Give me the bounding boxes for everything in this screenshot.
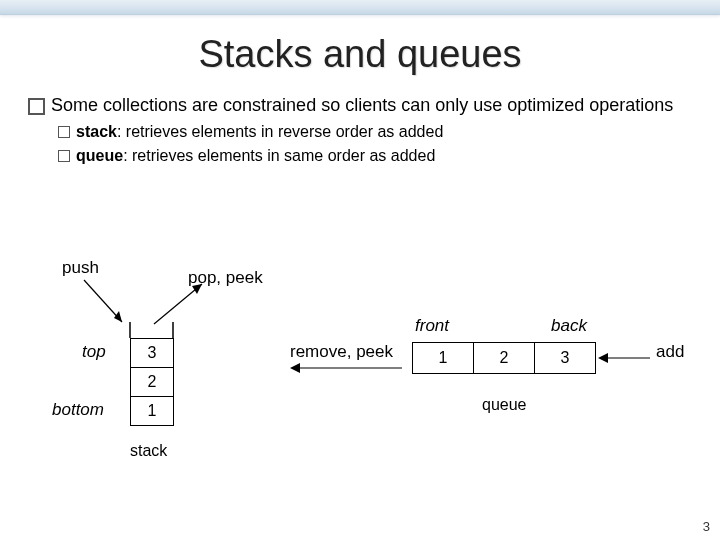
bottom-label: bottom bbox=[52, 400, 104, 420]
arrow-icon bbox=[78, 280, 138, 330]
stack-wall-icon bbox=[130, 322, 175, 340]
svg-marker-9 bbox=[598, 353, 608, 363]
sub-bullet-desc: : retrieves elements in reverse order as… bbox=[117, 123, 443, 140]
remove-peek-label: remove, peek bbox=[290, 342, 393, 362]
front-label: front bbox=[415, 316, 449, 336]
arrow-icon bbox=[598, 352, 653, 366]
queue-cell: 2 bbox=[473, 342, 535, 374]
queue-caption: queue bbox=[482, 396, 527, 414]
slide-title: Stacks and queues bbox=[0, 33, 720, 76]
back-label: back bbox=[551, 316, 587, 336]
svg-marker-7 bbox=[290, 363, 300, 373]
sub-bullet-stack: stack: retrieves elements in reverse ord… bbox=[58, 123, 692, 141]
queue-cell: 3 bbox=[534, 342, 596, 374]
diagram-area: push pop, peek 3 2 1 top bottom stack fr… bbox=[0, 250, 720, 520]
svg-marker-1 bbox=[114, 311, 122, 322]
sub-bullet-desc: : retrieves elements in same order as ad… bbox=[123, 147, 435, 164]
stack-cell: 2 bbox=[130, 367, 174, 397]
sub-bullet-text: stack: retrieves elements in reverse ord… bbox=[76, 123, 443, 141]
sub-bullet-term: stack bbox=[76, 123, 117, 140]
add-label: add bbox=[656, 342, 684, 362]
stack-cell: 1 bbox=[130, 396, 174, 426]
square-bullet-icon bbox=[58, 126, 70, 138]
stack-cell: 3 bbox=[130, 338, 174, 368]
header-decoration bbox=[0, 0, 720, 15]
queue-cell: 1 bbox=[412, 342, 474, 374]
square-bullet-icon bbox=[28, 98, 45, 115]
stack-caption: stack bbox=[130, 442, 167, 460]
main-bullet-text: Some collections are constrained so clie… bbox=[51, 94, 673, 117]
sub-bullet-term: queue bbox=[76, 147, 123, 164]
page-number: 3 bbox=[703, 519, 710, 534]
top-label: top bbox=[82, 342, 106, 362]
svg-marker-3 bbox=[192, 284, 202, 294]
sub-bullet-text: queue: retrieves elements in same order … bbox=[76, 147, 435, 165]
push-label: push bbox=[62, 258, 99, 278]
arrow-icon bbox=[290, 362, 405, 376]
content-area: Some collections are constrained so clie… bbox=[0, 94, 720, 165]
square-bullet-icon bbox=[58, 150, 70, 162]
sub-bullet-queue: queue: retrieves elements in same order … bbox=[58, 147, 692, 165]
main-bullet: Some collections are constrained so clie… bbox=[28, 94, 692, 117]
